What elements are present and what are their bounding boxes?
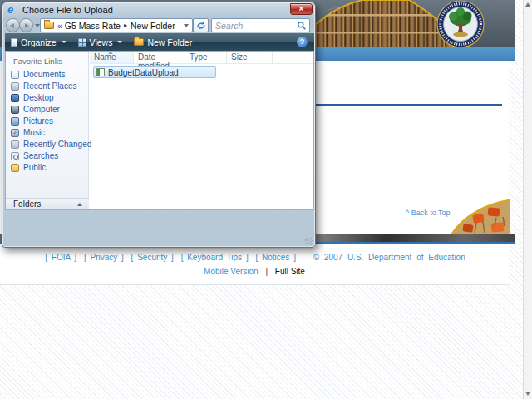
refresh-button[interactable] — [193, 18, 209, 32]
footer-link-foia[interactable]: [ FOIA ] — [45, 253, 76, 262]
folder-icon — [44, 22, 54, 29]
breadcrumb[interactable]: « G5 Mass Rate ▸ New Folder — [40, 18, 193, 32]
footer-link-keyboard-tips[interactable]: [ Keyboard Tips ] — [181, 253, 249, 262]
file-row-selected[interactable]: BudgetDataUpload — [93, 66, 216, 78]
desktop-icon — [11, 94, 19, 102]
classroom-chairs-image — [445, 196, 510, 236]
screen: Reports Logout ^ Back to Top [ FOIA ] [ … — [0, 0, 532, 399]
sidebar-item-documents[interactable]: Documents — [11, 69, 66, 80]
back-to-top-link[interactable]: ^ Back to Top — [406, 209, 451, 217]
sidebar-item-computer[interactable]: Computer — [11, 104, 60, 115]
dialog-title-bar[interactable]: e Choose File to Upload × — [2, 2, 315, 17]
dept-of-education-seal — [437, 1, 484, 47]
dialog-bottom-bar: File name: All Files (*.*) Open Cancel — [2, 210, 315, 247]
forward-button[interactable] — [19, 18, 33, 32]
footer-version-row: Mobile Version | Full Site — [0, 267, 509, 276]
documents-icon — [11, 71, 19, 79]
scroll-down-icon[interactable] — [525, 392, 530, 396]
dialog-title: Choose File to Upload — [22, 5, 113, 15]
close-button[interactable]: × — [290, 3, 313, 15]
search-icon[interactable] — [297, 21, 307, 31]
sidebar-item-pictures[interactable]: Pictures — [11, 116, 53, 126]
column-header-spacer — [273, 52, 313, 63]
file-list: Name Date modified Type Size BudgetDataU… — [90, 52, 313, 209]
chevron-down-icon — [62, 41, 66, 43]
address-bar: « G5 Mass Rate ▸ New Folder — [2, 17, 315, 33]
breadcrumb-collapse-chevron[interactable]: « — [57, 21, 62, 31]
breadcrumb-dropdown-icon[interactable] — [184, 24, 189, 27]
breadcrumb-folder-parent[interactable]: G5 Mass Rate — [65, 21, 121, 31]
sidebar-item-searches[interactable]: Searches — [11, 150, 58, 161]
pictures-icon — [11, 117, 19, 126]
full-site-link[interactable]: Full Site — [275, 267, 305, 276]
page-scrollbar[interactable] — [523, 0, 532, 399]
choose-file-dialog: e Choose File to Upload × « G5 Mass Rate… — [2, 2, 316, 248]
breadcrumb-folder-current[interactable]: New Folder — [131, 21, 175, 31]
views-grid-icon — [78, 38, 86, 47]
column-header-date-modified[interactable]: Date modified — [134, 52, 185, 63]
footer-link-security[interactable]: [ Security ] — [131, 253, 174, 262]
sidebar-item-music[interactable]: Music — [11, 127, 45, 138]
favorite-links-header: Favorite Links — [13, 57, 62, 66]
copyright-text: © 2007 U.S. Department of Education — [313, 253, 466, 262]
scroll-up-icon[interactable] — [525, 2, 530, 7]
dialog-toolbar: Organize Views New Folder ? — [5, 33, 314, 51]
sidebar-item-recent-places[interactable]: Recent Places — [11, 81, 76, 91]
internet-explorer-icon: e — [7, 3, 13, 16]
organize-icon — [11, 38, 17, 47]
sidebar-item-public[interactable]: Public — [11, 162, 46, 173]
recent-places-icon — [11, 82, 19, 91]
music-icon — [11, 129, 19, 137]
sort-ascending-icon — [108, 52, 113, 54]
column-header-type[interactable]: Type — [185, 52, 227, 63]
computer-icon — [11, 106, 19, 114]
spreadsheet-file-icon — [96, 68, 105, 76]
recently-changed-icon — [11, 140, 19, 149]
column-header-name[interactable]: Name — [90, 52, 134, 63]
sidebar-item-recently-changed[interactable]: Recently Changed — [11, 139, 91, 150]
version-separator: | — [265, 267, 268, 276]
column-header-size[interactable]: Size — [227, 52, 273, 63]
organize-button[interactable]: Organize — [5, 33, 72, 51]
favorite-links-sidebar: Favorite Links Documents Recent Places D… — [6, 52, 89, 198]
folders-expander[interactable]: Folders — [6, 198, 89, 209]
public-icon — [11, 164, 19, 172]
back-button[interactable] — [6, 18, 20, 32]
sidebar-item-desktop[interactable]: Desktop — [11, 92, 54, 103]
resize-grip[interactable] — [305, 238, 313, 245]
mobile-version-link[interactable]: Mobile Version — [204, 267, 259, 276]
chevron-up-icon — [77, 203, 82, 206]
search-box — [211, 18, 310, 32]
breadcrumb-separator-icon: ▸ — [124, 22, 127, 29]
new-folder-icon — [134, 38, 144, 46]
footer-link-notices[interactable]: [ Notices ] — [255, 253, 295, 262]
footer-links-row: [ FOIA ] [ Privacy ] [ Security ] [ Keyb… — [0, 253, 509, 262]
new-folder-button[interactable]: New Folder — [128, 33, 198, 51]
dialog-main-panel: Favorite Links Documents Recent Places D… — [5, 51, 314, 210]
site-footer: [ FOIA ] [ Privacy ] [ Security ] [ Keyb… — [0, 244, 509, 285]
chevron-down-icon — [117, 41, 122, 43]
file-list-header: Name Date modified Type Size — [90, 52, 313, 64]
help-icon[interactable]: ? — [297, 37, 308, 47]
search-input[interactable] — [215, 20, 294, 31]
searches-icon — [11, 152, 19, 160]
refresh-icon — [196, 21, 206, 31]
views-button[interactable]: Views — [72, 33, 129, 51]
footer-link-privacy[interactable]: [ Privacy ] — [84, 253, 124, 262]
